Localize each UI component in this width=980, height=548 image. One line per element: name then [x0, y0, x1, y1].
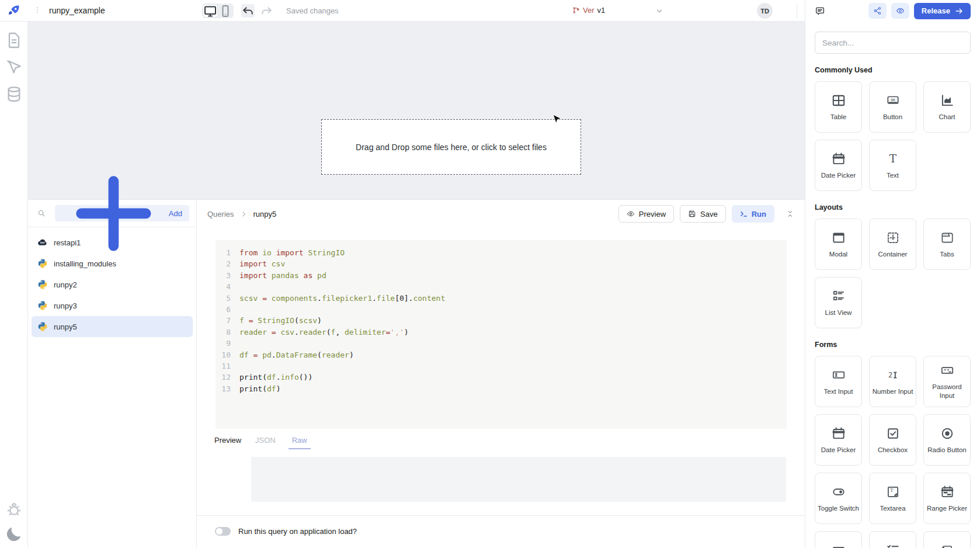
query-editor-header: Queries runpy5 Preview Save Run	[197, 200, 805, 228]
editor-divider	[197, 515, 805, 516]
share-icon	[873, 6, 882, 15]
header-divider	[797, 4, 797, 18]
textarea-icon: T	[885, 484, 901, 500]
filepicker-widget[interactable]: Drag and Drop some files here, or click …	[321, 119, 581, 175]
breadcrumb-queries[interactable]: Queries	[207, 210, 234, 218]
breadcrumb: Queries runpy5	[207, 210, 276, 218]
breadcrumb-separator-icon	[240, 210, 248, 218]
rest-api-icon: REST	[37, 237, 48, 248]
pages-icon[interactable]	[5, 31, 23, 50]
widget-card-text-input[interactable]: Text Input	[815, 356, 862, 407]
run-on-load-toggle[interactable]	[215, 527, 231, 536]
save-button[interactable]: Save	[680, 205, 726, 223]
query-name: runpy2	[54, 280, 77, 289]
textinput-icon	[831, 367, 846, 383]
python-icon	[37, 300, 48, 311]
datasources-icon[interactable]	[5, 85, 23, 103]
widget-label: Radio Button	[927, 446, 967, 455]
section-heading-commonly-used: Commonly Used	[815, 66, 971, 74]
widget-card-button[interactable]: OKButton	[869, 81, 916, 133]
widget-card-multiselect[interactable]: Multiselect	[869, 531, 916, 548]
widget-label: Table	[830, 113, 847, 122]
radio-icon	[940, 426, 955, 441]
query-item-runpy3[interactable]: runpy3	[32, 295, 193, 316]
preview-section-label: Preview	[214, 436, 241, 445]
widget-card-date-picker[interactable]: Date Picker	[815, 140, 862, 191]
redo-icon	[260, 4, 273, 18]
widget-card-text-editor[interactable]: TText Editor	[923, 531, 971, 548]
widget-card-date-picker[interactable]: Date Picker	[815, 414, 862, 466]
phone-icon	[218, 4, 232, 18]
version-selector[interactable]: Ver v1	[572, 6, 605, 15]
widget-label: Range Picker	[927, 504, 967, 513]
query-panel: Add RESTrestapi1installing_modulesrunpy2…	[28, 199, 805, 548]
left-rail	[0, 22, 28, 548]
avatar[interactable]: TD	[757, 3, 773, 19]
section-heading-forms: Forms	[815, 341, 971, 349]
preview-app-button[interactable]	[891, 3, 909, 19]
inspector-cursor-icon[interactable]	[5, 58, 23, 77]
collapse-panel-button[interactable]	[784, 207, 797, 220]
widget-card-radio-button[interactable]: Radio Button	[923, 414, 971, 466]
query-name: runpy3	[54, 301, 77, 310]
widget-card-password-input[interactable]: **Password Input	[923, 356, 971, 407]
dark-mode-moon-icon[interactable]	[5, 525, 23, 543]
widget-search-input[interactable]	[815, 32, 971, 54]
preview-tab-raw[interactable]: Raw	[292, 436, 307, 445]
modal-icon	[831, 230, 846, 245]
mobile-layout-button[interactable]	[218, 5, 232, 17]
widget-card-list-view[interactable]: List View	[815, 277, 862, 328]
widget-card-checkbox[interactable]: Checkbox	[869, 414, 916, 466]
plus-icon	[62, 162, 165, 265]
version-icon	[572, 6, 580, 14]
widget-card-tabs[interactable]: Tabs	[923, 218, 971, 270]
svg-text:**: **	[943, 368, 949, 374]
undo-button[interactable]	[241, 4, 255, 18]
calendar-icon	[831, 151, 846, 167]
comments-icon[interactable]	[815, 6, 825, 16]
widget-card-modal[interactable]: Modal	[815, 218, 862, 270]
breadcrumb-current-query: runpy5	[253, 210, 277, 218]
code-line-4: 4	[216, 281, 787, 292]
widget-card-toggle-switch[interactable]: Toggle Switch	[815, 473, 862, 524]
widget-card-table[interactable]: Table	[815, 81, 862, 133]
toggleswitch-icon	[831, 484, 846, 500]
widget-label: Checkbox	[878, 446, 908, 455]
query-item-runpy5[interactable]: runpy5	[32, 316, 193, 337]
widget-label: Text	[887, 171, 899, 180]
chevron-down-icon[interactable]	[655, 7, 663, 15]
texteditor-icon: T	[940, 543, 955, 548]
widget-sections: Commonly UsedTableOKButtonChartDate Pick…	[815, 66, 971, 548]
widget-label: Date Picker	[821, 446, 856, 455]
query-list-panel: Add RESTrestapi1installing_modulesrunpy2…	[28, 200, 197, 548]
redo-button[interactable]	[260, 4, 273, 18]
code-line-11: 11	[216, 360, 787, 372]
widget-card-textarea[interactable]: TTextarea	[869, 473, 916, 524]
share-button[interactable]	[868, 3, 887, 19]
debugger-bug-icon[interactable]	[5, 500, 23, 519]
multiselect-icon	[885, 543, 901, 548]
release-button[interactable]: Release	[914, 3, 971, 19]
widget-card-dropdown[interactable]: Dropdown	[815, 531, 862, 548]
run-button[interactable]: Run	[732, 205, 774, 223]
preview-button[interactable]: Preview	[618, 205, 674, 223]
query-item-runpy2[interactable]: runpy2	[32, 274, 193, 295]
overflow-menu-icon[interactable]	[33, 6, 41, 15]
tabs-icon	[940, 230, 955, 245]
code-editor[interactable]: 1from io import StringIO2import csv3impo…	[216, 240, 787, 429]
eye-icon	[896, 6, 905, 15]
widget-card-container[interactable]: Container	[869, 218, 916, 270]
widget-card-number-input[interactable]: 2Number Input	[869, 356, 916, 407]
widget-card-text[interactable]: TText	[869, 140, 916, 191]
preview-tab-json[interactable]: JSON	[255, 436, 276, 445]
query-name: restapi1	[54, 238, 81, 247]
widget-card-chart[interactable]: Chart	[923, 81, 971, 133]
add-query-button[interactable]: Add	[55, 205, 189, 221]
desktop-layout-button[interactable]	[203, 5, 217, 17]
app-logo-rocket-icon[interactable]	[8, 4, 20, 17]
table-icon	[831, 93, 846, 108]
mouse-cursor	[552, 114, 562, 126]
save-status: Saved changes	[286, 6, 339, 15]
rangepicker-icon	[940, 484, 955, 500]
widget-card-range-picker[interactable]: Range Picker	[923, 473, 971, 524]
